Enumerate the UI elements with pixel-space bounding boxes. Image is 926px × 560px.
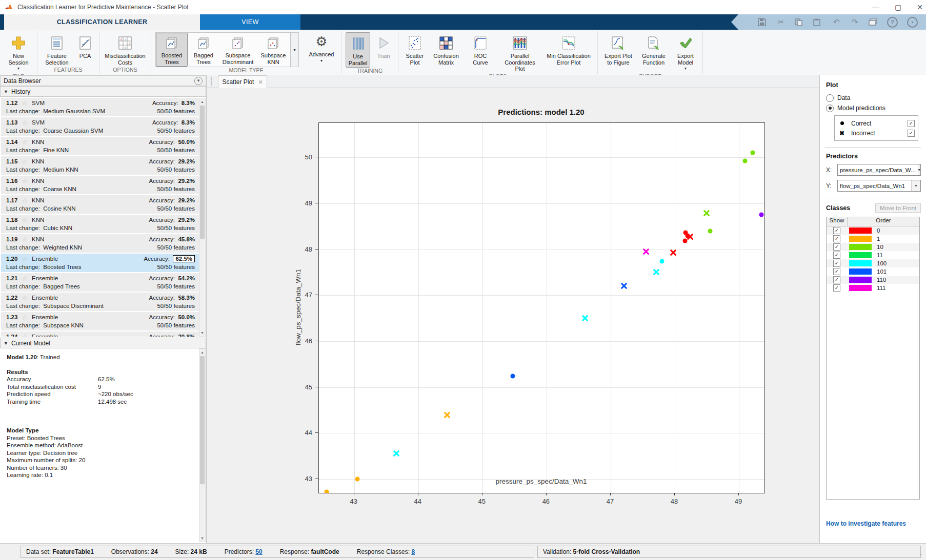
star-icon[interactable]: ☆ <box>22 275 28 282</box>
history-item-1.19[interactable]: 1.19 ☆ KNN Accuracy: 45.8% Last change: … <box>1 234 199 253</box>
toolbar-options-icon[interactable]: ▼ <box>907 17 918 28</box>
gallery-item-subspace-knn[interactable]: Subspace KNN <box>256 33 290 67</box>
plot-axes[interactable] <box>318 122 765 493</box>
copy-icon[interactable] <box>795 18 804 26</box>
star-icon[interactable]: ☆ <box>22 333 28 337</box>
history-item-1.22[interactable]: 1.22 ☆ Ensemble Accuracy: 58.3% Last cha… <box>1 293 199 311</box>
correct-marker-class-10[interactable] <box>743 159 748 163</box>
incorrect-marker-class-100[interactable] <box>653 269 659 276</box>
scroll-up-icon[interactable]: ▲ <box>199 349 205 356</box>
correct-marker-class-1[interactable] <box>325 490 329 493</box>
class-row-111[interactable]: ✓ 111 <box>827 284 919 292</box>
show-class-checkbox[interactable]: ✓ <box>833 268 840 275</box>
incorrect-marker-class-101[interactable] <box>621 283 628 289</box>
current-model-section-header[interactable]: ▼ Current Model <box>0 338 206 348</box>
history-item-1.12[interactable]: 1.12 ☆ SVM Accuracy: 8.3% Last change: M… <box>1 98 199 116</box>
how-to-investigate-features-link[interactable]: How to investigate features <box>826 520 906 527</box>
scroll-up-icon[interactable]: ▲ <box>199 98 205 105</box>
window-layout-icon[interactable] <box>869 18 878 26</box>
star-icon[interactable]: ☆ <box>22 216 28 224</box>
tab-classification-learner[interactable]: CLASSIFICATION LEARNER <box>4 14 200 30</box>
class-row-101[interactable]: ✓ 101 <box>827 267 919 276</box>
advanced-button[interactable]: ⚙ Advanced ▾ <box>306 31 337 65</box>
minimize-button[interactable]: — <box>872 3 879 11</box>
min-classification-error-button[interactable]: Min Classification Error Plot <box>544 32 593 67</box>
star-icon[interactable]: ☆ <box>22 236 28 243</box>
scroll-down-icon[interactable]: ▼ <box>199 535 205 542</box>
radio-data[interactable]: Data <box>826 93 921 103</box>
close-tab-icon[interactable]: ✕ <box>258 79 263 86</box>
drag-grip-icon[interactable] <box>211 77 212 86</box>
history-scrollbar[interactable]: ▲ ▼ <box>199 98 206 337</box>
history-item-1.16[interactable]: 1.16 ☆ KNN Accuracy: 29.2% Last change: … <box>1 176 199 194</box>
export-plot-to-figure-button[interactable]: Export Plot to Figure <box>602 32 635 67</box>
star-icon[interactable]: ☆ <box>22 255 28 263</box>
incorrect-checkbox[interactable]: ✓ <box>908 130 915 137</box>
pca-button[interactable]: PCA <box>75 32 95 60</box>
cut-icon[interactable]: ✂ <box>776 17 786 27</box>
close-button[interactable]: ✕ <box>917 3 923 11</box>
tab-view[interactable]: VIEW <box>200 14 300 30</box>
show-class-checkbox[interactable]: ✓ <box>833 260 840 267</box>
star-icon[interactable]: ☆ <box>22 314 28 321</box>
correct-marker-class-10[interactable] <box>708 229 712 233</box>
history-item-1.20[interactable]: 1.20 ☆ Ensemble Accuracy: 62.5% Last cha… <box>1 254 199 272</box>
status-item[interactable]: Predictors: 50 <box>225 548 263 555</box>
scroll-down-icon[interactable]: ▼ <box>199 329 205 336</box>
history-item-1.13[interactable]: 1.13 ☆ SVM Accuracy: 8.3% Last change: C… <box>1 117 199 136</box>
feature-selection-button[interactable]: Feature Selection <box>42 32 72 67</box>
incorrect-marker-class-111[interactable] <box>642 248 649 255</box>
star-icon[interactable]: ☆ <box>22 158 28 165</box>
generate-function-button[interactable]: Generate Function <box>638 32 670 67</box>
history-section-header[interactable]: ▼ History <box>0 86 206 97</box>
show-class-checkbox[interactable]: ✓ <box>833 235 840 242</box>
move-to-front-button[interactable]: Move to Front <box>875 203 921 213</box>
status-item[interactable]: Response Classes: 8 <box>357 548 415 555</box>
star-icon[interactable]: ☆ <box>22 138 28 146</box>
class-row-0[interactable]: ✓ 0 <box>827 226 919 235</box>
export-model-button[interactable]: Export Model ▾ <box>673 32 698 73</box>
incorrect-marker-class-0[interactable] <box>687 233 693 240</box>
history-item-1.24[interactable]: 1.24 ☆ Ensemble Accuracy: 20.8% Last cha… <box>1 331 199 337</box>
history-item-1.15[interactable]: 1.15 ☆ KNN Accuracy: 29.2% Last change: … <box>1 156 199 175</box>
show-class-checkbox[interactable]: ✓ <box>833 284 840 292</box>
gallery-item-bagged-trees[interactable]: Bagged Trees <box>188 33 219 67</box>
star-icon[interactable]: ☆ <box>22 119 28 127</box>
class-row-110[interactable]: ✓ 110 <box>827 276 919 284</box>
class-row-1[interactable]: ✓ 1 <box>827 235 919 243</box>
incorrect-marker-class-10[interactable] <box>703 210 710 216</box>
incorrect-marker-class-0[interactable] <box>670 249 677 256</box>
star-icon[interactable]: ☆ <box>22 294 28 302</box>
gallery-item-subspace-discriminant[interactable]: Subspace Discriminant <box>219 33 256 67</box>
help-icon[interactable]: ? <box>887 17 898 28</box>
incorrect-marker-class-1[interactable] <box>444 411 451 418</box>
tab-scatter-plot[interactable]: Scatter Plot ✕ <box>218 75 267 88</box>
roc-curve-button[interactable]: ROC Curve <box>465 32 496 67</box>
train-button[interactable]: Train <box>373 32 394 60</box>
use-parallel-button[interactable]: Use Parallel <box>346 32 370 68</box>
undo-icon[interactable]: ↶ <box>832 17 841 27</box>
x-predictor-select[interactable]: pressure_ps_spec/Data_W... ▾ <box>837 164 921 176</box>
correct-checkbox[interactable]: ✓ <box>908 120 915 127</box>
show-class-checkbox[interactable]: ✓ <box>833 227 840 234</box>
show-class-checkbox[interactable]: ✓ <box>833 252 840 259</box>
panel-menu-icon[interactable]: ▼ <box>194 77 203 85</box>
incorrect-marker-class-100[interactable] <box>581 315 588 322</box>
show-class-checkbox[interactable]: ✓ <box>833 243 840 251</box>
confusion-matrix-button[interactable]: Confusion Matrix <box>430 32 462 67</box>
history-item-1.17[interactable]: 1.17 ☆ KNN Accuracy: 29.2% Last change: … <box>1 195 199 214</box>
correct-marker-class-110[interactable] <box>759 213 763 217</box>
resize-grip-icon[interactable]: ∙∙ ∙ <box>919 553 924 558</box>
incorrect-marker-class-100[interactable] <box>393 450 400 457</box>
correct-marker-class-100[interactable] <box>659 259 664 263</box>
correct-marker-class-10[interactable] <box>751 151 755 155</box>
save-icon[interactable] <box>758 18 767 26</box>
star-icon[interactable]: ☆ <box>22 177 28 185</box>
correct-marker-class-101[interactable] <box>510 374 515 379</box>
parallel-coordinates-button[interactable]: Parallel Coordinates Plot <box>499 32 541 73</box>
gallery-expand-button[interactable]: ▾ <box>290 33 298 67</box>
show-class-checkbox[interactable]: ✓ <box>833 276 840 283</box>
history-item-1.23[interactable]: 1.23 ☆ Ensemble Accuracy: 50.0% Last cha… <box>1 312 199 330</box>
gallery-item-boosted-trees[interactable]: Boosted Trees <box>156 33 188 67</box>
radio-model-predictions[interactable]: Model predictions <box>826 103 921 113</box>
